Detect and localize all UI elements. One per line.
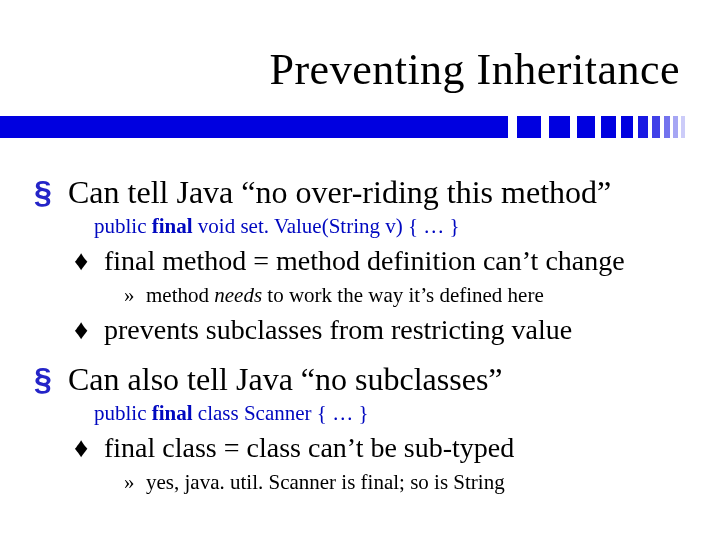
code-line: public final void set. Value(String v) {… xyxy=(94,212,690,240)
bullet-text: final class = class can’t be sub-typed xyxy=(104,431,514,465)
text-span: method xyxy=(146,283,214,307)
bullet-marker: § xyxy=(30,361,68,397)
code-post: void set. Value(String v) { … } xyxy=(193,214,460,238)
bullet-text: method needs to work the way it’s define… xyxy=(146,281,544,309)
bullet-level2: ♦ prevents subclasses from restricting v… xyxy=(74,313,690,347)
bullet-text: Can tell Java “no over-riding this metho… xyxy=(68,174,611,210)
bullet-text: yes, java. util. Scanner is final; so is… xyxy=(146,468,505,496)
bullet-marker: » xyxy=(124,468,146,496)
bullet-marker: ♦ xyxy=(74,244,104,278)
code-line: public final class Scanner { … } xyxy=(94,399,690,427)
slide: { "title": "Preventing Inheritance", "bu… xyxy=(0,0,720,540)
bullet-marker: § xyxy=(30,174,68,210)
content-area: § Can tell Java “no over-riding this met… xyxy=(30,160,690,496)
bullet-level1: § Can tell Java “no over-riding this met… xyxy=(30,174,690,210)
accent-bar xyxy=(0,116,720,138)
code-keyword: final xyxy=(152,214,193,238)
bullet-marker: ♦ xyxy=(74,313,104,347)
bullet-level2: ♦ final method = method definition can’t… xyxy=(74,244,690,278)
text-span: to work the way it’s defined here xyxy=(262,283,544,307)
code-post: class Scanner { … } xyxy=(193,401,369,425)
code-pre: public xyxy=(94,401,152,425)
bullet-marker: » xyxy=(124,281,146,309)
bullet-level1: § Can also tell Java “no subclasses” xyxy=(30,361,690,397)
bullet-text: Can also tell Java “no subclasses” xyxy=(68,361,503,397)
bullet-level3: » method needs to work the way it’s defi… xyxy=(124,281,690,309)
emphasis: needs xyxy=(214,283,262,307)
bullet-level3: » yes, java. util. Scanner is final; so … xyxy=(124,468,690,496)
bullet-marker: ♦ xyxy=(74,431,104,465)
bullet-text: final method = method definition can’t c… xyxy=(104,244,625,278)
slide-title: Preventing Inheritance xyxy=(269,44,680,95)
bullet-text: prevents subclasses from restricting val… xyxy=(104,313,572,347)
code-keyword: final xyxy=(152,401,193,425)
code-pre: public xyxy=(94,214,152,238)
bullet-level2: ♦ final class = class can’t be sub-typed xyxy=(74,431,690,465)
